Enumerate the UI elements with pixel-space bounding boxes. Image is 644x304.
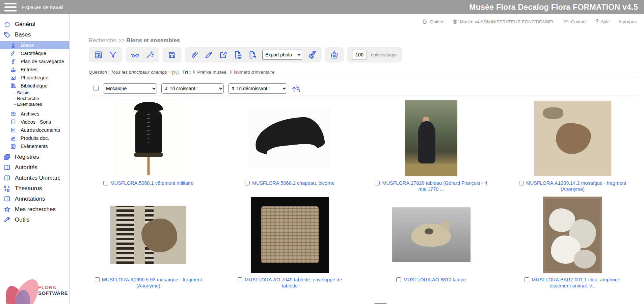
item-thumbnail[interactable] [543,197,602,273]
save-button[interactable] [167,50,177,59]
item-checkbox[interactable] [103,181,108,185]
sidebar-item-bases[interactable]: Bases [0,29,70,40]
item-thumbnail[interactable] [250,109,329,167]
item-link[interactable]: MUSFLORA.A1989.14.2 mosaïque - fragment … [526,180,626,192]
edit-button[interactable] [204,50,213,59]
sort-label: Tri : [183,70,191,75]
sidebar-item-videos-sons[interactable]: Vidéos - Sons [0,118,70,126]
notices-per-page-input[interactable] [352,50,367,59]
sort-order-button[interactable] [292,84,300,93]
item-caption: MUSFLORA.BARZ.001.1 clou, amphore, ossem… [514,277,631,289]
item-caption: MUSFLORA.A1989.14.2 mosaïque - fragment … [514,180,631,192]
display-list-search-button[interactable] [94,50,103,59]
print-document-button[interactable] [233,50,242,59]
breadcrumb-section[interactable]: Recherche [89,37,116,44]
item-checkbox[interactable] [396,277,401,282]
item-link[interactable]: MUSFLORA.AO 8810 lampe [403,277,466,282]
attach-button[interactable] [190,50,199,59]
core-sample-icon [10,50,16,56]
workspace-label[interactable]: Espaces de travail [22,4,63,10]
sidebar-item-general[interactable]: Général [0,19,70,29]
item-checkbox[interactable] [95,277,100,282]
attach-icon [190,50,199,59]
help-button[interactable]: ?Aide [595,19,610,25]
sidebar-item-biens[interactable]: Biens [0,41,69,49]
about-button[interactable]: A propos [619,19,637,24]
sort-321-icon [292,84,300,93]
export-photo-select[interactable]: Export photo [262,50,302,60]
sidebar-item-autorites-unimarc[interactable]: Autorités Unimarc [0,173,70,183]
re-bird-button[interactable] [307,50,317,59]
contact-button[interactable]: Contact [563,19,587,24]
filter-button[interactable] [108,50,117,59]
open-box-icon [10,111,16,117]
magic-wand-button[interactable] [145,50,154,59]
sort-ascending-select[interactable]: ⇓ Tri croissant : [161,83,224,94]
filter-icon [108,50,117,59]
sidebar-item-registres[interactable]: Registres [0,152,70,162]
item-thumbnail[interactable] [534,101,611,176]
sort-fields: ⇓ Préfixe musée, ⇓ Numéro d'inventaire [192,70,274,75]
save-icon [167,50,177,59]
sidebar-item-autres-documents[interactable]: Autres documents [0,126,70,134]
item-thumbnail[interactable] [110,206,186,264]
sidebar-item-saisie[interactable]: - Saisie [0,90,70,96]
sidebar-item-outils[interactable]: Outils [0,214,70,225]
item-link[interactable]: MUSFLORA.5068.1 vêtement militaire [110,180,194,186]
export-document-button[interactable] [248,50,257,59]
open-external-button[interactable] [219,50,228,59]
quit-button[interactable]: Quitter [423,19,444,24]
select-all-checkbox[interactable] [93,86,99,91]
current-user[interactable]: Musée v4 ADMINISTRATEUR FONCTIONNEL [452,19,555,24]
item-checkbox[interactable] [245,181,250,185]
item-checkbox[interactable] [519,181,524,185]
open-book-icon [3,174,11,182]
item-thumbnail[interactable] [251,197,329,273]
view-mode-select[interactable]: Mosaïque [103,83,157,94]
sidebar-item-exemplaires[interactable]: - Exemplaires [0,101,70,107]
item-thumbnail[interactable] [392,207,471,262]
sidebar-item-autorites[interactable]: Autorités [0,162,70,173]
sidebar-item-thesaurus[interactable]: Thesaurus [0,183,70,194]
item-link[interactable]: MUSFLORA.A1990.5.93 mosaïque - fragment … [102,277,202,288]
sidebar-item-bibliotheque[interactable]: Bibliothèque [0,82,70,90]
results-controls: Mosaïque ⇓ Tri croissant : ⇑ Tri décrois… [89,81,638,96]
windows-stack-icon [3,153,11,161]
item-thumbnail[interactable] [405,100,457,176]
sidebar-item-plan-sauvegarde[interactable]: Plan de sauvegarde [0,57,70,66]
sidebar-item-recherche[interactable]: - Recherche [0,96,70,101]
sidebar-item-mes-recherches[interactable]: Mes recherches [0,204,70,214]
sidebar-item-produits-doc[interactable]: Produits doc. [0,134,70,142]
item-caption: MUSFLORA.5068.2 chapeau, bicorne [245,180,334,186]
item-link[interactable]: MUSFLORA.27828 tableau (Gérard François … [382,180,487,192]
breadcrumb-separator: >> [118,37,125,44]
sidebar-item-carotheque[interactable]: Carothèque [0,49,70,57]
item-checkbox[interactable] [525,277,529,282]
glasses-view-icon [131,50,140,59]
basket-button[interactable] [330,50,339,59]
result-card: MUSFLORA.27828 tableau (Gérard François … [360,98,502,195]
ab-sort-icon [3,185,11,192]
sidebar-item-entrees[interactable]: Entrées [0,66,70,74]
notices-per-page-label: notices/page [371,52,397,57]
item-link[interactable]: MUSFLORA.5068.2 chapeau, bicorne [252,180,334,186]
sidebar-item-evenements[interactable]: Evènements [0,142,70,150]
document-icon [10,127,16,133]
main-content: Quitter Musée v4 ADMINISTRATEUR FONCTION… [70,14,644,304]
sort-descending-select[interactable]: ⇑ Tri décroissant : [228,83,287,94]
sidebar-item-phototheque[interactable]: Photothèque [0,74,70,82]
query-expression: Tous les principaux champs [111,70,167,75]
result-card: MUSFLORA.5068.2 chapeau, bicorne [219,98,360,195]
hamburger-menu-icon[interactable] [4,3,17,11]
item-checkbox[interactable] [238,277,242,282]
item-checkbox[interactable] [375,181,380,185]
query-summary: Question : Tous les principaux champs = … [89,69,638,78]
sidebar-item-archives[interactable]: Archives [0,110,70,118]
sidebar-item-annotations[interactable]: Annotations [0,194,70,204]
view-button[interactable] [131,50,140,59]
item-link[interactable]: MUSFLORA.BARZ.001.1 clou, amphore, ossem… [532,277,621,288]
breadcrumb: Recherche >> Biens et ensembles [89,37,180,44]
item-thumbnail[interactable] [115,99,181,177]
item-link[interactable]: MUSFLORA.AO 7049 tablette, enveloppe de … [245,277,342,288]
app-title: Musée Flora Decalog Flora FORMATION v4.5 [469,3,638,12]
